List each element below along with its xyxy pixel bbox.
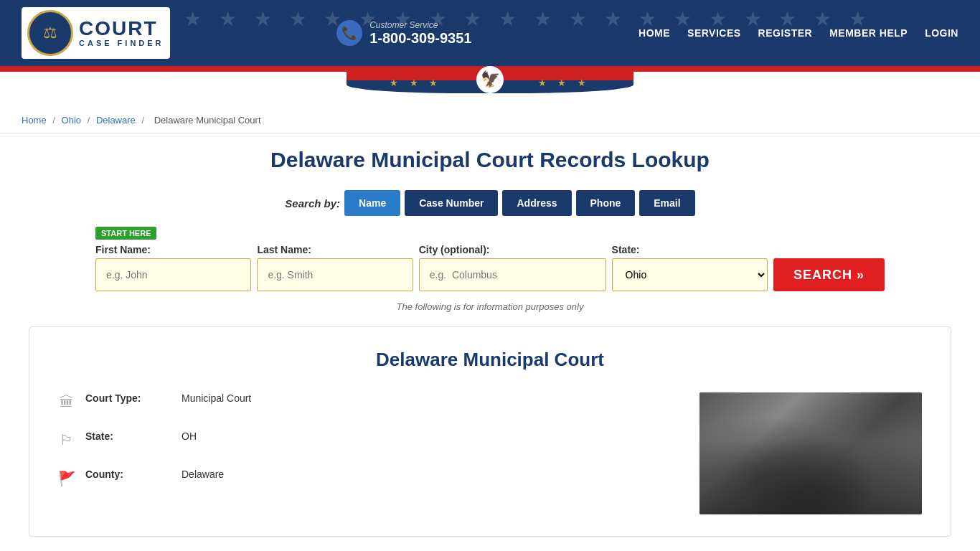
- logo-seal-icon: ⚖: [27, 10, 73, 56]
- court-type-icon: 🏛: [58, 394, 75, 410]
- logo-area: ⚖ COURT CASE FINDER: [22, 7, 170, 59]
- nav-home[interactable]: HOME: [639, 27, 670, 39]
- county-label: County:: [85, 468, 171, 480]
- state-label: State:: [612, 244, 768, 255]
- disclaimer-text: The following is for information purpose…: [29, 301, 951, 312]
- breadcrumb-home[interactable]: Home: [22, 115, 47, 126]
- court-image-placeholder: [699, 392, 922, 514]
- info-row-county: 🚩 County: Delaware: [58, 468, 671, 487]
- city-field: City (optional):: [419, 244, 606, 291]
- court-type-value: Municipal Court: [182, 392, 251, 404]
- tab-case-number[interactable]: Case Number: [405, 190, 498, 216]
- eagle-icon: 🦅: [476, 66, 504, 93]
- logo-text: COURT CASE FINDER: [79, 19, 164, 47]
- ribbon-stars-right: ★ ★ ★: [538, 77, 590, 88]
- state-value: OH: [182, 430, 197, 442]
- breadcrumb: Home / Ohio / Delaware / Delaware Munici…: [0, 108, 980, 133]
- first-name-field: First Name:: [95, 244, 251, 291]
- breadcrumb-current: Delaware Municipal Court: [154, 115, 261, 126]
- tab-email[interactable]: Email: [639, 190, 694, 216]
- court-info-card: Delaware Municipal Court 🏛 Court Type: M…: [29, 326, 951, 537]
- court-building-image: [699, 392, 922, 514]
- ribbon-stars-left: ★ ★ ★: [390, 77, 442, 88]
- state-field-label: State:: [85, 430, 171, 442]
- county-icon: 🚩: [58, 470, 75, 487]
- search-button[interactable]: SEARCH »: [773, 258, 885, 291]
- first-name-input[interactable]: [95, 258, 251, 291]
- phone-number: 1-800-309-9351: [369, 30, 471, 47]
- court-info-body: 🏛 Court Type: Municipal Court 🏳 State: O…: [58, 392, 922, 514]
- page-title: Delaware Municipal Court Records Lookup: [29, 148, 951, 172]
- state-select[interactable]: Ohio Alabama Alaska Arizona Arkansas Cal…: [612, 258, 768, 291]
- court-type-label: Court Type:: [85, 392, 171, 404]
- start-here-badge: START HERE: [95, 227, 156, 240]
- search-by-row: Search by: Name Case Number Address Phon…: [29, 190, 951, 216]
- nav-member-help[interactable]: MEMBER HELP: [829, 27, 908, 39]
- tab-name[interactable]: Name: [344, 190, 400, 216]
- last-name-field: Last Name:: [257, 244, 413, 291]
- first-name-label: First Name:: [95, 244, 251, 255]
- county-value: Delaware: [182, 468, 224, 480]
- breadcrumb-sep-3: /: [141, 115, 146, 126]
- nav-login[interactable]: LOGIN: [925, 27, 958, 39]
- logo-box: ⚖ COURT CASE FINDER: [22, 7, 170, 59]
- state-icon: 🏳: [58, 432, 75, 448]
- ribbon-inner: ★ ★ ★ 🦅 ★ ★ ★: [347, 72, 633, 93]
- logo-court-label: COURT: [79, 19, 164, 39]
- search-form-container: START HERE First Name: Last Name: City (…: [95, 227, 885, 291]
- info-row-state: 🏳 State: OH: [58, 430, 671, 448]
- tab-phone[interactable]: Phone: [576, 190, 636, 216]
- breadcrumb-sep-2: /: [88, 115, 93, 126]
- customer-service-label: Customer Service: [369, 20, 471, 30]
- site-header: ⚖ COURT CASE FINDER 📞 Customer Service 1…: [0, 0, 980, 66]
- search-form-row: First Name: Last Name: City (optional): …: [95, 244, 885, 291]
- info-row-court-type: 🏛 Court Type: Municipal Court: [58, 392, 671, 410]
- state-field: State: Ohio Alabama Alaska Arizona Arkan…: [612, 244, 768, 291]
- last-name-label: Last Name:: [257, 244, 413, 255]
- nav-register[interactable]: REGISTER: [758, 27, 813, 39]
- main-content: Delaware Municipal Court Records Lookup …: [0, 133, 980, 551]
- breadcrumb-sep-1: /: [52, 115, 57, 126]
- phone-icon: 📞: [336, 20, 362, 46]
- logo-casefinder-label: CASE FINDER: [79, 39, 164, 47]
- tab-address[interactable]: Address: [502, 190, 571, 216]
- nav-services[interactable]: SERVICES: [687, 27, 741, 39]
- court-details: 🏛 Court Type: Municipal Court 🏳 State: O…: [58, 392, 671, 514]
- breadcrumb-ohio[interactable]: Ohio: [62, 115, 81, 126]
- phone-text: Customer Service 1-800-309-9351: [369, 20, 471, 47]
- patriotic-ribbon: ★ ★ ★ 🦅 ★ ★ ★: [0, 72, 980, 108]
- city-input[interactable]: [419, 258, 606, 291]
- city-label: City (optional):: [419, 244, 606, 255]
- search-by-label: Search by:: [285, 197, 340, 209]
- court-info-title: Delaware Municipal Court: [58, 349, 922, 371]
- last-name-input[interactable]: [257, 258, 413, 291]
- main-nav: HOME SERVICES REGISTER MEMBER HELP LOGIN: [639, 27, 958, 39]
- phone-area: 📞 Customer Service 1-800-309-9351: [336, 20, 471, 47]
- breadcrumb-delaware[interactable]: Delaware: [96, 115, 136, 126]
